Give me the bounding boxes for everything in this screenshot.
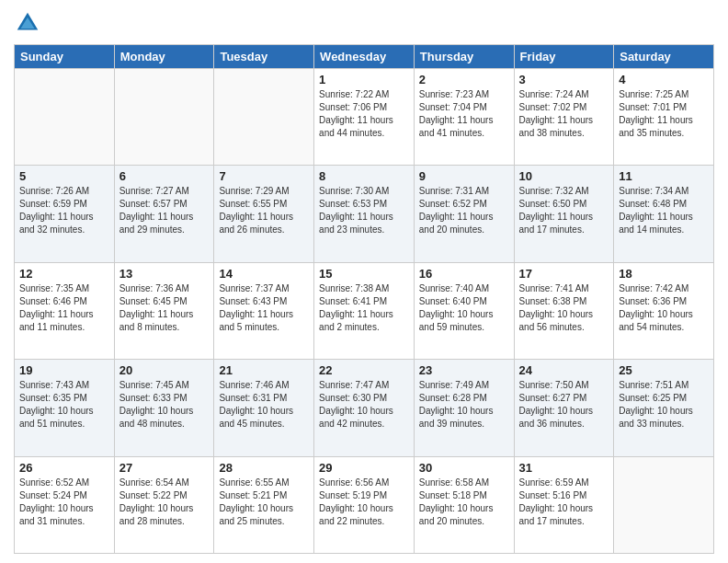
week-row-4: 19Sunrise: 7:43 AM Sunset: 6:35 PM Dayli… (15, 360, 714, 456)
calendar-cell: 26Sunrise: 6:52 AM Sunset: 5:24 PM Dayli… (15, 456, 115, 553)
calendar-cell: 13Sunrise: 7:36 AM Sunset: 6:45 PM Dayli… (114, 262, 214, 359)
calendar-cell: 8Sunrise: 7:30 AM Sunset: 6:53 PM Daylig… (314, 166, 415, 262)
day-number: 2 (419, 73, 509, 86)
day-info: Sunrise: 7:22 AM Sunset: 7:06 PM Dayligh… (319, 88, 409, 140)
weekday-header-row: SundayMondayTuesdayWednesdayThursdayFrid… (15, 45, 714, 69)
day-info: Sunrise: 6:55 AM Sunset: 5:21 PM Dayligh… (219, 477, 309, 528)
weekday-header-monday: Monday (114, 45, 214, 69)
day-number: 30 (419, 461, 509, 475)
day-info: Sunrise: 7:24 AM Sunset: 7:02 PM Dayligh… (519, 88, 609, 140)
weekday-header-saturday: Saturday (614, 45, 714, 69)
day-number: 18 (619, 267, 709, 281)
calendar-cell: 20Sunrise: 7:45 AM Sunset: 6:33 PM Dayli… (114, 360, 214, 456)
day-number: 11 (619, 169, 709, 183)
calendar-cell: 15Sunrise: 7:38 AM Sunset: 6:41 PM Dayli… (314, 262, 415, 359)
day-number: 10 (519, 169, 609, 183)
day-info: Sunrise: 7:32 AM Sunset: 6:50 PM Dayligh… (519, 185, 609, 236)
day-info: Sunrise: 6:59 AM Sunset: 5:16 PM Dayligh… (519, 477, 609, 528)
calendar-cell: 2Sunrise: 7:23 AM Sunset: 7:04 PM Daylig… (414, 69, 514, 166)
day-number: 12 (19, 267, 109, 281)
day-info: Sunrise: 7:47 AM Sunset: 6:30 PM Dayligh… (319, 379, 409, 431)
calendar-cell: 1Sunrise: 7:22 AM Sunset: 7:06 PM Daylig… (314, 69, 415, 166)
calendar-cell (15, 69, 115, 166)
generalblue-logo-icon (14, 9, 41, 37)
day-number: 20 (119, 363, 210, 377)
day-number: 19 (19, 363, 109, 377)
day-info: Sunrise: 6:52 AM Sunset: 5:24 PM Dayligh… (19, 477, 109, 528)
week-row-2: 5Sunrise: 7:26 AM Sunset: 6:59 PM Daylig… (15, 166, 714, 262)
day-info: Sunrise: 7:29 AM Sunset: 6:55 PM Dayligh… (219, 185, 309, 236)
day-number: 26 (19, 461, 109, 475)
day-info: Sunrise: 7:38 AM Sunset: 6:41 PM Dayligh… (319, 282, 409, 334)
weekday-header-thursday: Thursday (414, 45, 514, 69)
day-number: 9 (419, 169, 509, 183)
calendar-cell: 7Sunrise: 7:29 AM Sunset: 6:55 PM Daylig… (214, 166, 314, 262)
calendar-cell: 31Sunrise: 6:59 AM Sunset: 5:16 PM Dayli… (514, 456, 614, 553)
calendar-cell: 6Sunrise: 7:27 AM Sunset: 6:57 PM Daylig… (114, 166, 214, 262)
calendar-cell: 16Sunrise: 7:40 AM Sunset: 6:40 PM Dayli… (414, 262, 514, 359)
calendar-cell (614, 456, 714, 553)
day-info: Sunrise: 7:41 AM Sunset: 6:38 PM Dayligh… (519, 282, 609, 334)
calendar-cell: 24Sunrise: 7:50 AM Sunset: 6:27 PM Dayli… (514, 360, 614, 456)
calendar-cell: 17Sunrise: 7:41 AM Sunset: 6:38 PM Dayli… (514, 262, 614, 359)
day-info: Sunrise: 7:31 AM Sunset: 6:52 PM Dayligh… (419, 185, 509, 236)
page: SundayMondayTuesdayWednesdayThursdayFrid… (0, 0, 728, 563)
day-info: Sunrise: 7:27 AM Sunset: 6:57 PM Dayligh… (119, 185, 210, 236)
weekday-header-sunday: Sunday (15, 45, 115, 69)
day-info: Sunrise: 7:49 AM Sunset: 6:28 PM Dayligh… (419, 379, 509, 431)
calendar-cell (214, 69, 314, 166)
day-info: Sunrise: 6:58 AM Sunset: 5:18 PM Dayligh… (419, 477, 509, 528)
day-number: 21 (219, 363, 309, 377)
day-info: Sunrise: 7:43 AM Sunset: 6:35 PM Dayligh… (19, 379, 109, 431)
calendar-cell: 11Sunrise: 7:34 AM Sunset: 6:48 PM Dayli… (614, 166, 714, 262)
header (14, 9, 714, 37)
calendar-cell: 27Sunrise: 6:54 AM Sunset: 5:22 PM Dayli… (114, 456, 214, 553)
day-number: 7 (219, 169, 309, 183)
weekday-header-tuesday: Tuesday (214, 45, 314, 69)
day-number: 27 (119, 461, 210, 475)
calendar-cell: 18Sunrise: 7:42 AM Sunset: 6:36 PM Dayli… (614, 262, 714, 359)
calendar-cell (114, 69, 214, 166)
day-info: Sunrise: 6:54 AM Sunset: 5:22 PM Dayligh… (119, 477, 210, 528)
calendar-cell: 21Sunrise: 7:46 AM Sunset: 6:31 PM Dayli… (214, 360, 314, 456)
calendar-table: SundayMondayTuesdayWednesdayThursdayFrid… (14, 44, 714, 554)
day-number: 29 (319, 461, 409, 475)
day-number: 4 (619, 73, 709, 86)
day-number: 8 (319, 169, 409, 183)
day-number: 31 (519, 461, 609, 475)
calendar-cell: 9Sunrise: 7:31 AM Sunset: 6:52 PM Daylig… (414, 166, 514, 262)
day-number: 17 (519, 267, 609, 281)
day-number: 13 (119, 267, 210, 281)
day-info: Sunrise: 7:25 AM Sunset: 7:01 PM Dayligh… (619, 88, 709, 140)
day-number: 6 (119, 169, 210, 183)
calendar-cell: 14Sunrise: 7:37 AM Sunset: 6:43 PM Dayli… (214, 262, 314, 359)
calendar-cell: 28Sunrise: 6:55 AM Sunset: 5:21 PM Dayli… (214, 456, 314, 553)
day-number: 24 (519, 363, 609, 377)
day-info: Sunrise: 7:34 AM Sunset: 6:48 PM Dayligh… (619, 185, 709, 236)
day-info: Sunrise: 7:42 AM Sunset: 6:36 PM Dayligh… (619, 282, 709, 334)
calendar-cell: 5Sunrise: 7:26 AM Sunset: 6:59 PM Daylig… (15, 166, 115, 262)
day-number: 23 (419, 363, 509, 377)
day-info: Sunrise: 7:36 AM Sunset: 6:45 PM Dayligh… (119, 282, 210, 334)
calendar-cell: 3Sunrise: 7:24 AM Sunset: 7:02 PM Daylig… (514, 69, 614, 166)
logo (14, 9, 45, 37)
calendar-cell: 25Sunrise: 7:51 AM Sunset: 6:25 PM Dayli… (614, 360, 714, 456)
weekday-header-friday: Friday (514, 45, 614, 69)
day-info: Sunrise: 7:46 AM Sunset: 6:31 PM Dayligh… (219, 379, 309, 431)
day-info: Sunrise: 7:26 AM Sunset: 6:59 PM Dayligh… (19, 185, 109, 236)
day-number: 15 (319, 267, 409, 281)
day-number: 22 (319, 363, 409, 377)
week-row-3: 12Sunrise: 7:35 AM Sunset: 6:46 PM Dayli… (15, 262, 714, 359)
day-number: 25 (619, 363, 709, 377)
day-info: Sunrise: 7:50 AM Sunset: 6:27 PM Dayligh… (519, 379, 609, 431)
day-number: 1 (319, 73, 409, 86)
day-info: Sunrise: 7:45 AM Sunset: 6:33 PM Dayligh… (119, 379, 210, 431)
calendar-cell: 29Sunrise: 6:56 AM Sunset: 5:19 PM Dayli… (314, 456, 415, 553)
weekday-header-wednesday: Wednesday (314, 45, 415, 69)
day-number: 28 (219, 461, 309, 475)
day-info: Sunrise: 6:56 AM Sunset: 5:19 PM Dayligh… (319, 477, 409, 528)
day-info: Sunrise: 7:30 AM Sunset: 6:53 PM Dayligh… (319, 185, 409, 236)
calendar-cell: 10Sunrise: 7:32 AM Sunset: 6:50 PM Dayli… (514, 166, 614, 262)
day-number: 3 (519, 73, 609, 86)
calendar-cell: 23Sunrise: 7:49 AM Sunset: 6:28 PM Dayli… (414, 360, 514, 456)
